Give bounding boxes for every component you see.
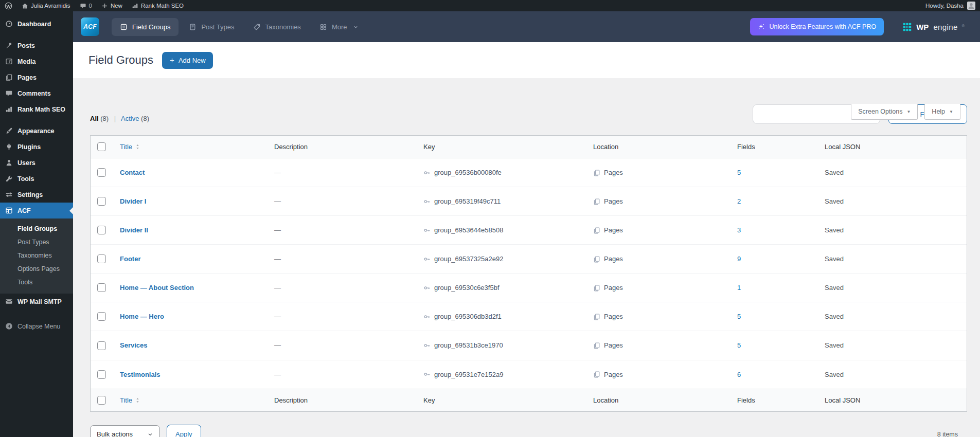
select-all-checkbox[interactable] [97,142,106,151]
admin-menu: DashboardPostsMediaPagesCommentsRank Mat… [0,11,73,334]
comments-link[interactable]: 0 [75,0,97,11]
wp-logo-menu[interactable] [0,0,17,11]
acf-submenu-item-taxonomies[interactable]: Taxonomies [0,249,73,262]
sidebar-item-settings[interactable]: Settings [0,187,73,203]
sidebar-item-dashboard[interactable]: Dashboard [0,16,73,32]
howdy-text: Howdy, Dasha [925,3,964,9]
sidebar-item-label: Media [17,58,35,65]
help-button[interactable]: Help ▼ [924,104,960,120]
bulk-actions-select[interactable]: Bulk actions [90,425,160,437]
screen-options-button[interactable]: Screen Options ▼ [851,104,918,120]
local-json-status: Saved [825,226,844,234]
sidebar-item-users[interactable]: Users [0,155,73,171]
sort-by-title[interactable]: Title [120,396,141,404]
field-group-title-link[interactable]: Home — Hero [120,313,164,320]
acf-submenu-item-post-types[interactable]: Post Types [0,235,73,249]
field-group-title-link[interactable]: Divider I [120,197,146,205]
sidebar-item-appearance[interactable]: Appearance [0,123,73,139]
pages-icon [593,313,600,320]
fields-count-link[interactable]: 1 [737,284,741,292]
submenu-item-label: Options Pages [17,265,60,272]
row-checkbox[interactable] [97,168,106,177]
column-header-title: Title [120,396,132,404]
acf-tab-post-types[interactable]: Post Types [181,18,242,36]
add-new-button[interactable]: Add New [162,52,213,69]
sidebar-item-rank-math-seo[interactable]: Rank Math SEO [0,101,73,117]
acf-tab-field-groups[interactable]: Field Groups [112,18,179,36]
grid-icon [319,23,327,31]
wp-engine-logo: WPengine ® [902,22,965,32]
new-content-link[interactable]: New [97,0,127,11]
filter-all[interactable]: All (8) [90,115,109,122]
sidebar-item-posts[interactable]: Posts [0,38,73,53]
acf-submenu-item-field-groups[interactable]: Field Groups [0,222,73,235]
fields-count-link[interactable]: 5 [737,313,741,320]
acf-tab-taxonomies[interactable]: Taxonomies [245,18,309,36]
key-icon [423,227,431,234]
pages-icon [593,169,600,176]
settings-icon [5,191,13,198]
field-group-title-link[interactable]: Contact [120,169,145,176]
sidebar-item-comments[interactable]: Comments [0,85,73,101]
sidebar-item-wp-mail-smtp[interactable]: WP Mail SMTP [0,294,73,309]
sidebar-item-label: ACF [17,207,31,214]
field-group-title-link[interactable]: Testimonials [120,371,161,378]
fields-count-link[interactable]: 6 [737,371,741,378]
caret-down-icon: ▼ [906,110,911,114]
acf-submenu-item-options-pages[interactable]: Options Pages [0,262,73,276]
select-all-checkbox[interactable] [97,396,106,405]
row-checkbox[interactable] [97,312,106,321]
fields-count-link[interactable]: 3 [737,226,741,234]
sidebar-item-collapse-menu[interactable]: Collapse Menu [0,318,73,334]
my-account-link[interactable]: Howdy, Dasha [921,0,980,11]
acf-tab-more[interactable]: More [311,18,367,36]
fields-count-link[interactable]: 5 [737,169,741,176]
location-value: Pages [604,169,623,176]
location-value: Pages [604,371,623,378]
sparkle-icon [758,23,765,30]
wp-engine-engine-text: engine [933,23,957,31]
fields-count-link[interactable]: 5 [737,341,741,349]
fields-count-link[interactable]: 2 [737,197,741,205]
group-key: group_695306db3d2f1 [434,313,502,320]
sidebar-item-acf[interactable]: ACF [0,203,73,219]
status-filters: All (8) | Active (8) [90,115,149,122]
local-json-status: Saved [825,169,844,176]
appearance-icon [5,127,13,135]
row-checkbox[interactable] [97,254,106,263]
sort-by-title[interactable]: Title [120,143,141,151]
description-value: — [274,341,281,349]
rank-math-link[interactable]: Rank Math SEO [127,0,188,11]
row-checkbox[interactable] [97,283,106,292]
sidebar-item-media[interactable]: Media [0,53,73,69]
field-group-title-link[interactable]: Divider II [120,226,148,234]
site-name-link[interactable]: Julia Avramidis [17,0,75,11]
bulk-actions-label: Bulk actions [97,430,133,437]
filter-active[interactable]: Active (8) [121,115,149,122]
table-row-testimonials: Testimonials—group_69531e7e152a9Pages6Sa… [91,360,967,389]
new-label: New [111,3,122,9]
fields-count-link[interactable]: 9 [737,255,741,263]
apply-button[interactable]: Apply [167,425,201,437]
sidebar-item-pages[interactable]: Pages [0,69,73,85]
items-count: 8 items [937,431,958,437]
field-group-title-link[interactable]: Home — About Section [120,284,194,292]
table-row-services: Services—group_69531b3ce1970Pages5Saved [91,331,967,360]
field-group-title-link[interactable]: Services [120,341,148,349]
pages-icon [593,284,600,292]
sidebar-item-tools[interactable]: Tools [0,171,73,187]
acf-tabs: Field GroupsPost TypesTaxonomiesMore [112,18,367,36]
unlock-acf-pro-button[interactable]: Unlock Extra Features with ACF PRO [750,18,884,35]
sidebar-item-label: Tools [17,175,34,183]
tab-label: More [332,23,347,31]
row-checkbox[interactable] [97,197,106,206]
row-checkbox[interactable] [97,370,106,379]
field-group-title-link[interactable]: Footer [120,255,140,263]
row-checkbox[interactable] [97,341,106,350]
admin-bar-left: Julia Avramidis 0 New Rank Math SEO [0,0,188,11]
filter-row: All (8) | Active (8) Search Field Groups [90,104,967,124]
dashboard-icon [5,20,13,28]
acf-submenu-item-tools[interactable]: Tools [0,276,73,289]
sidebar-item-plugins[interactable]: Plugins [0,139,73,155]
row-checkbox[interactable] [97,226,106,234]
